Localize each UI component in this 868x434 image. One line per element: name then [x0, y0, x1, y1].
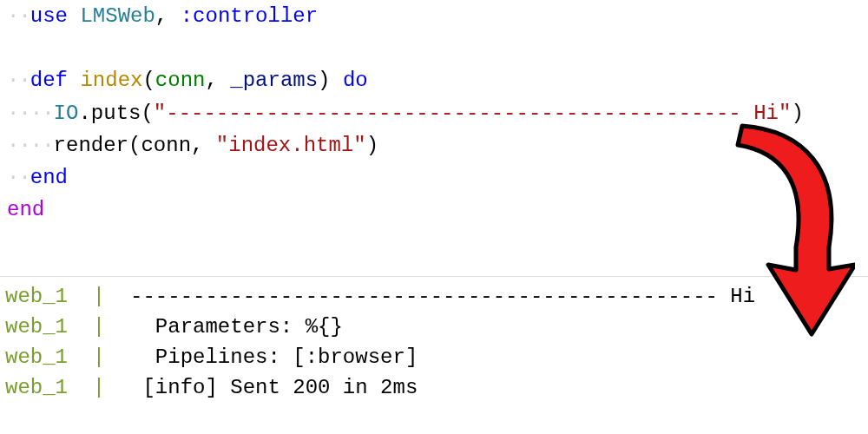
fn-render: render — [54, 134, 128, 157]
keyword-end: end — [30, 166, 68, 189]
code-editor[interactable]: ··use LMSWeb, :controller ··def index(co… — [0, 0, 868, 226]
paren: ) — [791, 102, 803, 125]
code-line-3: ··def index(conn, _params) do — [7, 64, 868, 96]
pipe-separator: | — [68, 285, 118, 308]
indent-dots: ·· — [7, 166, 30, 189]
function-name: index — [80, 69, 142, 92]
arg-conn: conn — [141, 134, 191, 157]
process-name: web_1 — [5, 285, 68, 308]
output-text: Parameters: %{} — [118, 315, 343, 339]
keyword-def: def — [30, 69, 68, 92]
indent-dots: ···· — [7, 134, 54, 157]
module-name: LMSWeb — [80, 4, 155, 28]
keyword-end: end — [7, 198, 44, 221]
terminal-line-1: web_1 | --------------------------------… — [5, 282, 868, 312]
paren: ( — [128, 134, 141, 157]
paren: ( — [141, 102, 153, 125]
output-text: Pipelines: [:browser] — [118, 345, 418, 369]
keyword-use: use — [30, 4, 68, 28]
code-line-7: end — [7, 194, 868, 226]
pipe-separator: | — [68, 376, 118, 399]
pipe-separator: | — [68, 315, 118, 339]
terminal-line-4: web_1 | [info] Sent 200 in 2ms — [5, 373, 868, 404]
code-line-blank — [7, 32, 868, 64]
indent-dots: ·· — [7, 69, 30, 92]
output-text: ----------------------------------------… — [118, 285, 756, 308]
code-line-1: ··use LMSWeb, :controller — [7, 0, 868, 32]
code-line-6: ··end — [7, 161, 868, 194]
process-name: web_1 — [5, 345, 68, 369]
string-literal: "index.html" — [216, 134, 366, 157]
terminal-line-2: web_1 | Parameters: %{} — [5, 312, 868, 343]
code-line-5: ····render(conn, "index.html") — [7, 129, 868, 161]
string-literal: "---------------------------------------… — [154, 102, 792, 125]
indent-dots: ···· — [7, 102, 54, 125]
module-io: IO — [54, 102, 79, 125]
indent-dots: ·· — [7, 4, 30, 28]
terminal-output[interactable]: web_1 | --------------------------------… — [0, 276, 868, 403]
process-name: web_1 — [5, 376, 68, 399]
paren: ( — [142, 69, 155, 92]
process-name: web_1 — [5, 315, 68, 339]
comma: , — [155, 4, 181, 28]
comma: , — [205, 69, 230, 92]
paren: ) — [366, 134, 378, 157]
pipe-separator: | — [68, 345, 118, 369]
dot: . — [78, 102, 90, 125]
arg-conn: conn — [155, 69, 206, 92]
keyword-do: do — [343, 69, 368, 92]
comma: , — [191, 134, 216, 157]
fn-puts: puts — [91, 102, 141, 125]
terminal-line-3: web_1 | Pipelines: [:browser] — [5, 343, 868, 373]
arg-params: _params — [230, 69, 318, 92]
code-line-4: ····IO.puts("---------------------------… — [7, 97, 868, 129]
paren: ) — [318, 69, 343, 92]
atom: :controller — [181, 4, 318, 28]
output-text: [info] Sent 200 in 2ms — [118, 376, 418, 399]
